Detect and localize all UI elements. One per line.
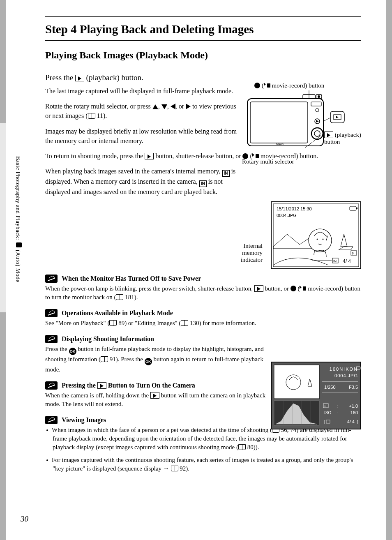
- list-item: When images in which the face of a perso…: [53, 426, 361, 452]
- playback-icon: [324, 132, 333, 138]
- note-badge-icon: [45, 416, 58, 424]
- book-icon: [181, 320, 188, 326]
- note-badge-icon: [45, 275, 58, 283]
- paragraph: When playing back images saved in the ca…: [45, 166, 247, 196]
- svg-text:160: 160: [350, 410, 358, 415]
- svg-text:[: [: [324, 420, 325, 424]
- right-arrow-icon: [186, 104, 191, 109]
- internal-memory-icon: [222, 170, 230, 177]
- list-item: For images captured with the continuous …: [53, 456, 361, 473]
- screen-datetime: 15/11/2012 15:30: [277, 206, 312, 211]
- shooting-info-illustration: 100NIKON 0004.JPG 1/250 F3.5 ± : +1.0 IS…: [271, 362, 361, 429]
- svg-marker-5: [316, 120, 319, 122]
- movie-icon: [300, 286, 306, 291]
- book-icon: [101, 356, 108, 362]
- book-icon: [109, 320, 117, 326]
- page-title: Step 4 Playing Back and Deleting Images: [45, 23, 361, 36]
- note-heading: When the Monitor Has Turned Off to Save …: [45, 275, 361, 283]
- paragraph: Rotate the rotary multi selector, or pre…: [45, 102, 242, 120]
- book-icon: [88, 113, 95, 119]
- internal-memory-indicator-label: Internal memory indicator: [226, 242, 263, 263]
- svg-text:IN: IN: [333, 259, 337, 263]
- book-icon: [238, 444, 246, 450]
- svg-text:Nikon: Nikon: [276, 143, 284, 145]
- svg-text:4/   4: 4/ 4: [347, 419, 355, 424]
- svg-point-6: [316, 108, 319, 112]
- playback-icon: [150, 392, 159, 399]
- svg-text:±: ±: [324, 404, 326, 408]
- rotary-selector-label: Rotary multi selector: [242, 158, 294, 165]
- svg-text::: :: [337, 404, 338, 408]
- step-heading: Press the (playback) button.: [45, 73, 361, 82]
- playback-icon: [75, 75, 84, 81]
- svg-text:0004.JPG: 0004.JPG: [334, 373, 358, 378]
- note-heading: Operations Available in Playback Mode: [45, 309, 361, 317]
- sidebar-section-label: Basic Photography and Playback: (Auto) M…: [14, 156, 22, 282]
- svg-rect-7: [311, 102, 321, 106]
- camera-back-illustration: Nikon: [245, 82, 334, 148]
- manual-page: Basic Photography and Playback: (Auto) M…: [6, 0, 386, 540]
- movie-button-label: ( movie-record) button: [254, 82, 324, 89]
- playback-icon: [97, 382, 106, 389]
- svg-point-10: [318, 95, 320, 98]
- rule: [45, 40, 361, 41]
- down-arrow-icon: [161, 104, 167, 109]
- svg-point-23: [317, 239, 318, 240]
- movie-icon: [264, 83, 270, 88]
- playback-button-label: (playback) button: [324, 132, 365, 145]
- svg-text:⚲: ⚲: [352, 252, 354, 255]
- svg-text:F3.5: F3.5: [349, 385, 358, 390]
- note-body: When the power-on lamp is blinking, pres…: [45, 284, 361, 302]
- up-arrow-icon: [152, 104, 158, 109]
- svg-text:]: ]: [357, 420, 358, 424]
- note-body: See "More on Playback" ( 89) or "Editing…: [45, 319, 361, 328]
- left-arrow-icon: [171, 104, 175, 109]
- note-body: Press the button in full-frame playback …: [45, 345, 275, 374]
- camera-diagram: ( movie-record) button Nikon: [217, 82, 361, 150]
- svg-text:100NIKON: 100NIKON: [330, 367, 358, 372]
- svg-text:+1.0: +1.0: [349, 404, 358, 408]
- camera-icon: [16, 242, 22, 247]
- svg-rect-21: [356, 208, 357, 209]
- svg-rect-1: [250, 102, 308, 143]
- bullet-list: When images in which the face of a perso…: [45, 426, 361, 473]
- note-badge-icon: [45, 381, 58, 390]
- sidebar-text: (Auto) Mode: [15, 248, 21, 282]
- svg-text::: :: [337, 410, 338, 415]
- note-badge-icon: [45, 309, 58, 317]
- book-icon: [171, 466, 178, 471]
- note-body: When the camera is off, holding down the…: [45, 391, 275, 408]
- svg-point-24: [323, 239, 324, 240]
- ok-button-icon: [69, 348, 76, 355]
- svg-text:ISO: ISO: [324, 411, 331, 415]
- ok-button-icon: [145, 358, 152, 365]
- record-dot-icon: [254, 83, 260, 88]
- screen-filename: 0004.JPG: [277, 213, 297, 218]
- paragraph: To return to shooting mode, press the bu…: [45, 151, 361, 161]
- svg-text:1/250: 1/250: [324, 385, 336, 390]
- sidebar-text: Basic Photography and Playback:: [15, 156, 21, 242]
- page-number: 30: [21, 515, 28, 524]
- note-heading: Displaying Shooting Information: [45, 335, 361, 343]
- rule: [45, 16, 361, 17]
- book-icon: [116, 294, 123, 300]
- paragraph: The last image captured will be displaye…: [45, 86, 242, 96]
- record-dot-icon: [291, 286, 296, 291]
- paragraph: Images may be displayed briefly at low r…: [45, 127, 242, 145]
- svg-rect-0: [247, 99, 323, 146]
- svg-point-3: [314, 131, 320, 136]
- note-badge-icon: [45, 335, 58, 343]
- playback-icon: [254, 285, 263, 292]
- internal-memory-icon: [199, 180, 207, 187]
- playback-screen-illustration: 15/11/2012 15:30 0004.JPG IN 4/ 4: [271, 201, 361, 269]
- playback-button-callout: [330, 111, 345, 123]
- svg-text:4/   4: 4/ 4: [343, 258, 351, 264]
- svg-point-2: [311, 128, 323, 139]
- section-heading: Playing Back Images (Playback Mode): [45, 50, 361, 61]
- playback-icon: [145, 153, 154, 159]
